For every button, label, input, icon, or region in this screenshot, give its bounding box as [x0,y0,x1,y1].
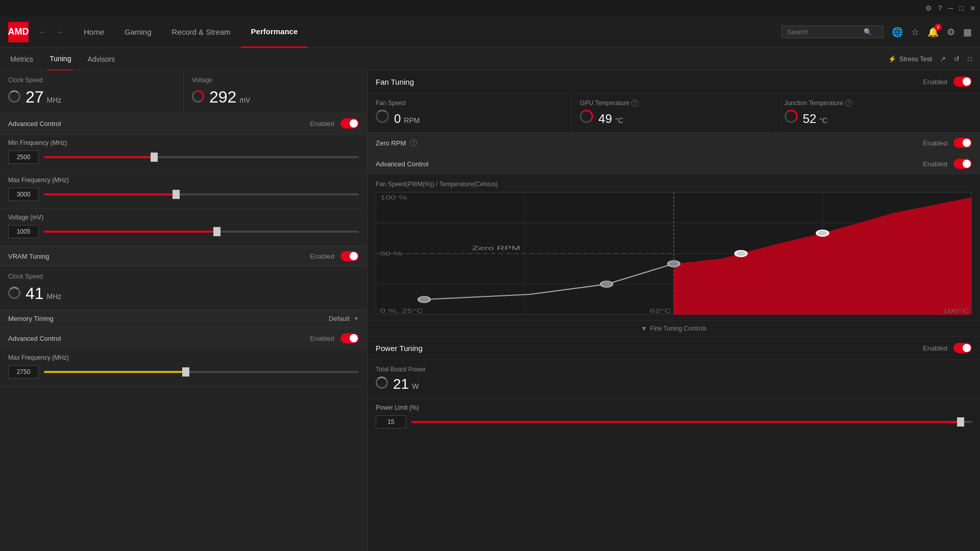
fan-chart-area[interactable]: Zero RPM 100 % 50 % 0 %, 25°C 62°C 100°C [376,192,972,314]
minimize-button[interactable]: ─ [948,4,953,12]
settings-icon[interactable]: ⚙ [925,4,932,12]
zero-rpm-info-icon[interactable]: ? [410,139,417,146]
fan-advanced-toggle[interactable] [953,159,972,169]
fan-tuning-toggle[interactable] [953,77,972,87]
vram-clock-gauge [8,287,20,299]
vram-clock-value: 41 [26,284,44,303]
max-freq-slider-row: 3000 [8,188,359,201]
nav-performance[interactable]: Performance [241,16,308,48]
max-freq-value[interactable]: 3000 [8,188,39,201]
junction-temp-stat: Junction Temperature ? 52 °C [776,93,980,132]
export-icon[interactable]: ↗ [940,55,946,63]
min-freq-track[interactable] [44,156,359,158]
gpu-temp-label: GPU Temperature ? [580,99,767,107]
clock-speed-display: 27 MHz [8,88,175,107]
svg-text:100 %: 100 % [380,195,407,201]
restore-button[interactable]: □ [960,4,964,12]
help-icon[interactable]: ? [938,4,942,12]
fan-advanced-label: Advanced Control [376,160,428,168]
forward-button[interactable]: → [53,26,65,39]
fan-tuning-toggle-right: Enabled [923,77,972,87]
zero-rpm-toggle[interactable] [953,138,972,148]
notification-badge: 6 [935,23,942,31]
svg-point-16 [817,230,828,236]
vram-clock-block: Clock Speed 41 MHz [0,267,367,310]
voltage-mv-value[interactable]: 1005 [8,225,39,238]
gpu-temp-gauge [580,110,593,123]
clock-speed-label: Clock Speed [8,77,175,84]
gear-icon[interactable]: ⚙ [947,27,955,38]
advanced-control-toggle[interactable] [340,118,359,129]
memory-timing-dropdown[interactable]: Default ▼ [329,315,359,322]
restore-icon[interactable]: □ [968,55,972,63]
total-board-power-section: Total Board Power 21 W [368,360,980,399]
power-tuning-toggle-right: Enabled [923,343,972,353]
tab-tuning[interactable]: Tuning [47,48,73,70]
min-freq-thumb[interactable] [151,153,158,162]
voltage-mv-thumb[interactable] [213,227,220,236]
layout-icon[interactable]: ▦ [963,27,972,38]
power-limit-thumb[interactable] [957,417,964,427]
search-box[interactable]: 🔍 [781,26,884,38]
globe-icon[interactable]: 🌐 [892,27,903,38]
svg-point-13 [601,281,612,287]
min-frequency-section: Min Frequency (MHz) 2500 [0,134,367,171]
max-freq-thumb[interactable] [173,190,180,199]
back-button[interactable]: ← [37,26,49,39]
memory-timing-label: Memory Timing [8,315,54,322]
gpu-temp-info-icon[interactable]: ? [631,99,639,107]
advanced-control-status: Enabled [310,120,334,128]
voltage-block: Voltage 292 mV [183,70,367,113]
power-gauge-icon [376,377,388,389]
power-tuning-toggle[interactable] [953,343,972,353]
vram-max-freq-track[interactable] [44,371,359,373]
fan-chart-section: Fan Speed(PWM(%)) / Temperature(Celsius) [368,174,980,321]
fan-tuning-header: Fan Tuning Enabled [368,70,980,93]
fine-tuning-bar[interactable]: ▼ Fine Tuning Controls [368,321,980,337]
voltage-unit: mV [239,96,250,104]
stress-test-icon: ⚡ [888,55,896,63]
vram-max-freq-value[interactable]: 2750 [8,365,39,379]
stress-test-button[interactable]: ⚡ Stress Test [888,55,932,63]
power-limit-track[interactable] [411,421,972,423]
svg-text:Zero RPM: Zero RPM [472,245,520,252]
fan-advanced-status: Enabled [923,160,947,168]
vram-max-freq-thumb[interactable] [182,367,189,377]
nav-home[interactable]: Home [74,16,114,48]
chevron-down-icon: ▼ [641,325,647,332]
power-limit-value[interactable]: 15 [376,415,406,429]
vram-max-freq-fill [44,371,186,373]
refresh-icon[interactable]: ↺ [954,55,960,63]
junction-temp-value: 52 [803,112,817,126]
fan-advanced-control-row: Advanced Control Enabled [368,154,980,174]
vram-advanced-right: Enabled [310,333,359,343]
max-freq-track[interactable] [44,193,359,195]
voltage-mv-track[interactable] [44,231,359,233]
vram-tuning-row: VRAM Tuning Enabled [0,246,367,267]
fan-tuning-status: Enabled [923,78,947,86]
fan-chart-svg: Zero RPM 100 % 50 % 0 %, 25°C 62°C 100°C [376,192,971,315]
min-freq-label: Min Frequency (MHz) [8,139,359,146]
tab-advisors[interactable]: Advisors [85,48,117,70]
star-icon[interactable]: ☆ [911,27,919,38]
min-freq-slider-row: 2500 [8,151,359,164]
tab-metrics[interactable]: Metrics [8,48,35,70]
vram-advanced-toggle[interactable] [340,333,359,343]
fan-advanced-toggle-right: Enabled [923,159,972,169]
nav-record-stream[interactable]: Record & Stream [162,16,241,48]
bell-icon[interactable]: 🔔 6 [927,27,939,38]
search-input[interactable] [787,28,864,36]
max-frequency-section: Max Frequency (MHz) 3000 [0,171,367,209]
junction-temp-unit: °C [819,116,827,124]
nav-gaming[interactable]: Gaming [114,16,162,48]
power-limit-slider-row: 15 [376,415,972,429]
fan-speed-value: 0 [394,112,401,126]
close-button[interactable]: ✕ [970,4,976,12]
zero-rpm-toggle-right: Enabled [923,138,972,148]
junction-temp-info-icon[interactable]: ? [845,99,852,107]
svg-text:0 %, 25°C: 0 %, 25°C [380,308,424,314]
vram-tuning-toggle[interactable] [340,251,359,261]
right-panel: Fan Tuning Enabled Fan Speed 0 RPM G [368,70,980,551]
svg-text:62°C: 62°C [650,308,671,314]
min-freq-value[interactable]: 2500 [8,151,39,164]
